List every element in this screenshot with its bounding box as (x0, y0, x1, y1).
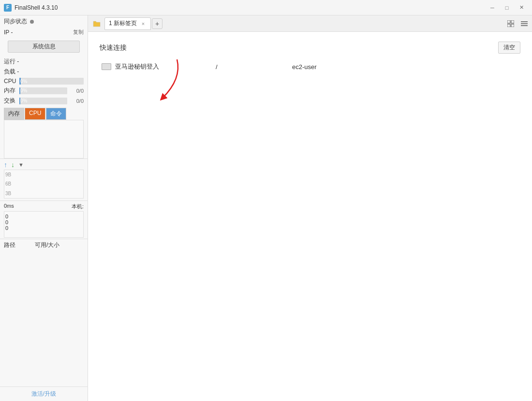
network-section: ↑ ↓ ▼ 9B 6B 3B (0, 158, 88, 200)
sync-label: 同步状态 (4, 17, 27, 26)
monitor-tabs: 内存 CPU 命令 (4, 108, 84, 120)
title-bar: F FinalShell 4.3.10 ─ □ ✕ (0, 0, 532, 15)
ping-label-row: 0ms 本机: (4, 202, 84, 211)
disk-section: 路径 可用/大小 (0, 239, 88, 387)
svg-rect-1 (511, 20, 514, 23)
swap-value: 0% (20, 98, 27, 103)
swap-bar: 0% (19, 98, 20, 104)
connection-name: 亚马逊秘钥登入 (115, 62, 212, 71)
copy-button[interactable]: 复制 (73, 29, 84, 36)
sys-info-button[interactable]: 系统信息 (8, 41, 80, 53)
sys-info-section: 系统信息 (0, 37, 88, 57)
grid-icon (507, 20, 514, 27)
disk-col-size: 可用/大小 (35, 241, 59, 249)
activate-link[interactable]: 激活/升级 (31, 390, 56, 397)
folder-icon (93, 20, 101, 27)
menu-icon (521, 21, 528, 27)
quick-connect-header: 快速连接 清空 (100, 42, 520, 54)
swap-bar-container: 0% (19, 98, 67, 104)
network-graph: 9B 6B 3B (4, 170, 84, 199)
swap-extra: 0/0 (69, 98, 84, 104)
ping-graph: 0 0 0 (4, 211, 84, 238)
tab-command[interactable]: 命令 (46, 108, 66, 120)
tab-new[interactable]: 1 新标签页 × (104, 17, 151, 30)
clear-button[interactable]: 清空 (498, 42, 520, 54)
connection-icon (102, 63, 111, 70)
tab-memory[interactable]: 内存 (4, 108, 24, 120)
ping-right-label: 本机: (72, 203, 84, 210)
quick-connect-area: 快速连接 清空 亚马逊秘钥登入 / ec2-user (88, 32, 532, 401)
memory-label: 内存 (4, 86, 17, 95)
ping-left-label: 0ms (4, 203, 14, 210)
disk-col-path: 路径 (4, 241, 15, 249)
ping-val-2: 0 (5, 219, 82, 225)
ping-val-3: 0 (5, 225, 82, 231)
tab-right-actions (505, 18, 530, 29)
sync-dot (30, 20, 34, 24)
close-button[interactable]: ✕ (515, 2, 528, 14)
main-layout: 同步状态 IP - 复制 系统信息 运行 - 负载 - CPU 0 (0, 15, 532, 401)
quick-connect-title: 快速连接 (100, 43, 127, 52)
net-label-9b: 9B (5, 172, 11, 177)
load-row: 负载 - (0, 67, 88, 77)
tab-close-button[interactable]: × (140, 20, 147, 27)
memory-value: 0% (20, 88, 27, 93)
cpu-bar: 0% (19, 78, 21, 85)
net-label-3b: 3B (5, 191, 11, 196)
cpu-label: CPU (4, 78, 17, 85)
ping-val-1: 0 (5, 214, 82, 219)
cpu-metric: CPU 0% (0, 77, 88, 86)
sync-status: 同步状态 (0, 15, 88, 28)
memory-extra: 0/0 (69, 88, 84, 94)
sidebar: 同步状态 IP - 复制 系统信息 运行 - 负载 - CPU 0 (0, 15, 88, 401)
net-arrows: ↑ ↓ ▼ (4, 161, 84, 169)
tab-add-button[interactable]: + (152, 18, 163, 29)
disk-header: 路径 可用/大小 (0, 239, 88, 250)
memory-metric: 内存 0% 0/0 (0, 86, 88, 96)
svg-rect-2 (507, 24, 510, 27)
content-area: 1 新标签页 × + (88, 15, 532, 401)
memory-bar-container: 0% (19, 87, 67, 94)
upload-arrow-icon: ↑ (4, 161, 7, 169)
tab-cpu[interactable]: CPU (25, 108, 45, 120)
ip-row: IP - 复制 (0, 28, 88, 37)
ping-values: 0 0 0 (4, 212, 83, 233)
app-title: FinalShell 4.3.10 (15, 4, 486, 11)
grid-view-button[interactable] (505, 18, 517, 29)
net-label-6b: 6B (5, 181, 11, 186)
connection-item[interactable]: 亚马逊秘钥登入 / ec2-user (100, 59, 520, 74)
connection-user: ec2-user (292, 63, 317, 71)
memory-bar: 0% (19, 87, 20, 94)
svg-rect-3 (511, 24, 514, 27)
swap-label: 交换 (4, 97, 17, 105)
connection-path: / (216, 63, 288, 71)
menu-button[interactable] (518, 18, 530, 29)
graph-labels: 9B 6B 3B (5, 170, 11, 198)
swap-metric: 交换 0% 0/0 (0, 96, 88, 106)
activate-row: 激活/升级 (0, 387, 88, 401)
folder-button[interactable] (90, 17, 103, 30)
window-controls: ─ □ ✕ (486, 2, 528, 14)
download-arrow-icon: ↓ (11, 161, 15, 169)
cpu-value: 0% (20, 79, 27, 84)
ping-section: 0ms 本机: 0 0 0 (0, 200, 88, 239)
dropdown-arrow-icon: ▼ (18, 162, 24, 168)
app-icon: F (4, 4, 12, 12)
minimize-button[interactable]: ─ (486, 2, 499, 14)
maximize-button[interactable]: □ (500, 2, 514, 14)
cpu-chart (4, 120, 84, 158)
tab-label: 1 新标签页 (109, 19, 137, 28)
connection-list: 亚马逊秘钥登入 / ec2-user (100, 59, 520, 74)
run-row: 运行 - (0, 57, 88, 67)
ip-label: IP - (4, 29, 13, 36)
tab-bar: 1 新标签页 × + (88, 15, 532, 32)
cpu-bar-container: 0% (19, 78, 84, 85)
svg-rect-0 (507, 20, 510, 23)
